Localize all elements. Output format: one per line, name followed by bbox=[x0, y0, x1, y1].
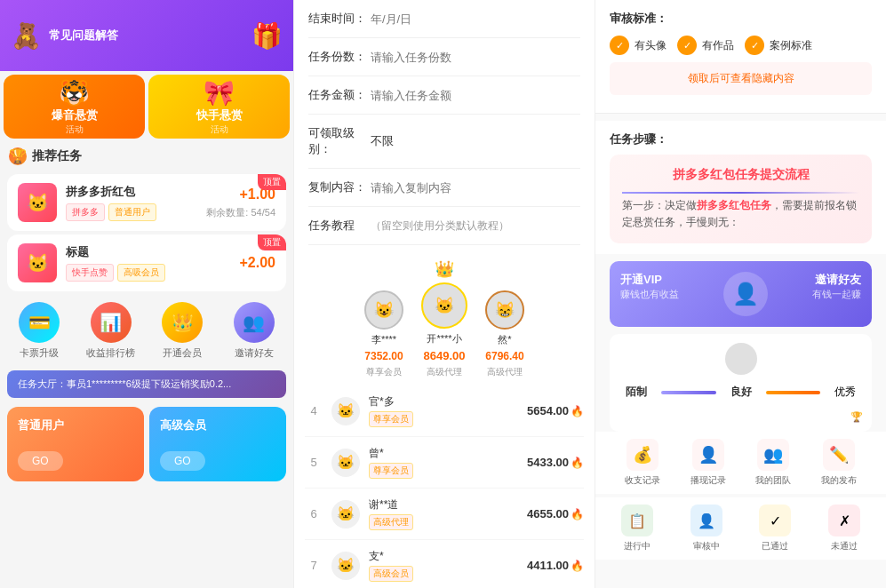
tag-kuaishou: 快手点赞 bbox=[66, 264, 114, 282]
user-card-vip-btn[interactable]: GO bbox=[160, 451, 205, 471]
vip-avatar: 👤 bbox=[723, 272, 768, 316]
criteria-section: 审核标准： ✓ 有头像 ✓ 有作品 ✓ 案例标准 领取后可查看隐藏内容 bbox=[595, 0, 886, 114]
lb-role-4: 尊享会员 bbox=[369, 411, 413, 427]
task-card-2[interactable]: 顶置 🐱 标题 快手点赞 高吸会员 +2.00 bbox=[7, 234, 286, 291]
friends-rank-row: 🏆 bbox=[619, 411, 863, 423]
criteria-items: ✓ 有头像 ✓ 有作品 ✓ 案例标准 bbox=[610, 36, 872, 55]
unlock-bar: 领取后可查看隐藏内容 bbox=[610, 62, 872, 95]
right-panel: 审核标准： ✓ 有头像 ✓ 有作品 ✓ 案例标准 领取后可查看隐藏内容 任务步骤… bbox=[595, 0, 886, 588]
form-row-endtime: 结束时间： bbox=[308, 0, 580, 38]
user-card-vip-title: 高级会员 bbox=[160, 417, 206, 433]
lb-rank3-amount: 6796.40 bbox=[485, 350, 523, 362]
left-panel: 🧸 常见问题解答 🎁 🐯 爆音悬赏 活动 🎀 快手悬赏 活动 🏆 推荐任务 顶置 bbox=[0, 0, 293, 588]
friends-tab-excellent[interactable]: 优秀 bbox=[827, 382, 863, 402]
income-record-icon: 💰 bbox=[627, 439, 659, 471]
lb-info-5: 曾* 尊享会员 bbox=[369, 446, 527, 479]
reward-sub-2: 活动 bbox=[211, 123, 228, 136]
steps-text: 第一步：决定做拼多多红包任务，需要提前报名锁定悬赏任务，手慢则无： bbox=[622, 197, 859, 231]
lb-info-4: 官*多 尊享会员 bbox=[369, 394, 527, 427]
tag-vip: 高吸会员 bbox=[117, 264, 165, 282]
lb-name-6: 谢**道 bbox=[369, 497, 527, 513]
lb-amount-7: 4411.00🔥 bbox=[527, 559, 584, 572]
task-card-pdd[interactable]: 顶置 🐱 拼多多折红包 拼多多 普通用户 +1.00 剩余数量: 54/54 bbox=[7, 174, 286, 231]
task-icon-1: 🐱 bbox=[18, 183, 57, 222]
reward-card-explosive[interactable]: 🐯 爆音悬赏 活动 bbox=[4, 75, 145, 139]
lb-rank1-name: 开****小 bbox=[427, 332, 461, 346]
status-tab-approved[interactable]: ✓ 已通过 bbox=[759, 505, 791, 552]
friends-tab-good[interactable]: 良好 bbox=[723, 382, 759, 402]
icon-grid: 💳 卡票升级 📊 收益排行榜 👑 开通会员 👥 邀请好友 bbox=[0, 295, 293, 367]
lb-rank2-name: 李**** bbox=[371, 333, 396, 346]
status-label-ongoing: 进行中 bbox=[624, 540, 651, 552]
lb-amount-5: 5433.00🔥 bbox=[527, 456, 584, 469]
icon-invite-friend[interactable]: 👥 邀请好友 bbox=[222, 302, 287, 360]
status-tab-reviewing[interactable]: 👤 审核中 bbox=[690, 505, 722, 552]
criteria-item-avatar: ✓ 有头像 bbox=[610, 36, 666, 55]
my-publish-icon: ✏️ bbox=[823, 439, 855, 471]
form-input-amount[interactable] bbox=[371, 89, 580, 102]
status-label-rejected: 未通过 bbox=[831, 540, 858, 552]
bottom-icons: 💰 收支记录 👤 播现记录 👥 我的团队 ✏️ 我的发布 bbox=[595, 432, 886, 494]
task-amount-2: +2.00 bbox=[240, 255, 275, 271]
task-tags-1: 拼多多 普通用户 bbox=[66, 203, 206, 221]
reward-card-kuaishou[interactable]: 🎀 快手悬赏 活动 bbox=[148, 75, 290, 139]
form-row-tutorial: 任务教程 （留空则使用分类默认教程） bbox=[308, 207, 580, 245]
recommended-tasks-header: 🏆 推荐任务 bbox=[0, 142, 293, 171]
form-value-level: 不限 bbox=[371, 133, 580, 149]
criteria-icon-works: ✓ bbox=[677, 36, 697, 55]
form-input-endtime[interactable] bbox=[371, 12, 580, 26]
form-label-tutorial: 任务教程 bbox=[308, 218, 371, 234]
lb-amount-4: 5654.00🔥 bbox=[527, 404, 584, 417]
criteria-label-avatar: 有头像 bbox=[635, 38, 666, 53]
my-publish-label: 我的发布 bbox=[821, 474, 857, 487]
table-row: 4 🐱 官*多 尊享会员 5654.00🔥 bbox=[305, 385, 584, 437]
lb-rank3-avatar: 😸 bbox=[485, 290, 524, 330]
form-input-copies[interactable] bbox=[371, 51, 580, 64]
unlock-text: 领取后可查看隐藏内容 bbox=[688, 72, 794, 84]
vip-promo[interactable]: 开通VIP 赚钱也有收益 👤 邀请好友 有钱一起赚 bbox=[610, 261, 872, 327]
friends-rank-label: 🏆 bbox=[850, 411, 863, 423]
form-row-level: 可领取级别： 不限 bbox=[308, 115, 580, 169]
user-card-normal-btn[interactable]: GO bbox=[18, 451, 63, 471]
status-icon-ongoing: 📋 bbox=[621, 505, 653, 536]
task-badge-2: 顶置 bbox=[258, 234, 286, 250]
status-tab-rejected[interactable]: ✗ 未通过 bbox=[828, 505, 860, 552]
form-label-endtime: 结束时间： bbox=[308, 11, 371, 27]
income-record-item[interactable]: 💰 收支记录 bbox=[625, 439, 660, 487]
table-row: 5 🐱 曾* 尊享会员 5433.00🔥 bbox=[305, 437, 584, 489]
task-info-2: 标题 快手点赞 高吸会员 bbox=[66, 244, 240, 282]
icon-card-upgrade[interactable]: 💳 卡票升级 bbox=[7, 302, 72, 360]
user-card-normal: 普通用户 GO bbox=[7, 407, 144, 481]
lb-info-7: 支* 高级会员 bbox=[369, 549, 527, 582]
icon-open-member[interactable]: 👑 开通会员 bbox=[150, 302, 215, 360]
icon-revenue-rank[interactable]: 📊 收益排行榜 bbox=[79, 302, 144, 360]
reward-title-1: 爆音悬赏 bbox=[52, 107, 98, 123]
status-tab-ongoing[interactable]: 📋 进行中 bbox=[621, 505, 653, 552]
banner-text: 常见问题解答 bbox=[49, 28, 118, 44]
friends-avatar-1 bbox=[725, 343, 757, 375]
criteria-item-works: ✓ 有作品 bbox=[677, 36, 734, 55]
section-icon: 🏆 bbox=[9, 147, 27, 165]
vip-sub-left: 赚钱也有收益 bbox=[620, 288, 679, 301]
card-upgrade-label: 卡票升级 bbox=[20, 346, 59, 360]
my-publish-item[interactable]: ✏️ 我的发布 bbox=[821, 439, 857, 487]
form-input-copy[interactable] bbox=[371, 181, 580, 195]
lb-rank-6: 6 bbox=[305, 507, 323, 520]
form-label-copies: 任务份数： bbox=[308, 49, 371, 65]
table-row: 6 🐱 谢**道 高级代理 4655.00🔥 bbox=[305, 489, 584, 540]
my-team-item[interactable]: 👥 我的团队 bbox=[755, 439, 791, 487]
reward-title-2: 快手悬赏 bbox=[196, 107, 243, 123]
vip-right: 邀请好友 有钱一起赚 bbox=[812, 272, 861, 316]
steps-highlight: 拼多多红包任务 bbox=[697, 199, 771, 211]
broadcast-record-item[interactable]: 👤 播现记录 bbox=[690, 439, 726, 487]
friends-tab-restricted[interactable]: 陌制 bbox=[619, 382, 654, 402]
vip-left: 开通VIP 赚钱也有收益 bbox=[620, 272, 679, 316]
form-label-copy: 复制内容： bbox=[308, 179, 371, 195]
my-team-label: 我的团队 bbox=[755, 474, 791, 487]
status-icon-rejected: ✗ bbox=[828, 505, 860, 536]
lb-rank1-amount: 8649.00 bbox=[424, 349, 466, 362]
lb-info-6: 谢**道 高级代理 bbox=[369, 497, 527, 530]
lb-name-5: 曾* bbox=[369, 446, 527, 461]
steps-divider bbox=[622, 192, 859, 194]
broadcast-record-icon: 👤 bbox=[692, 439, 724, 471]
